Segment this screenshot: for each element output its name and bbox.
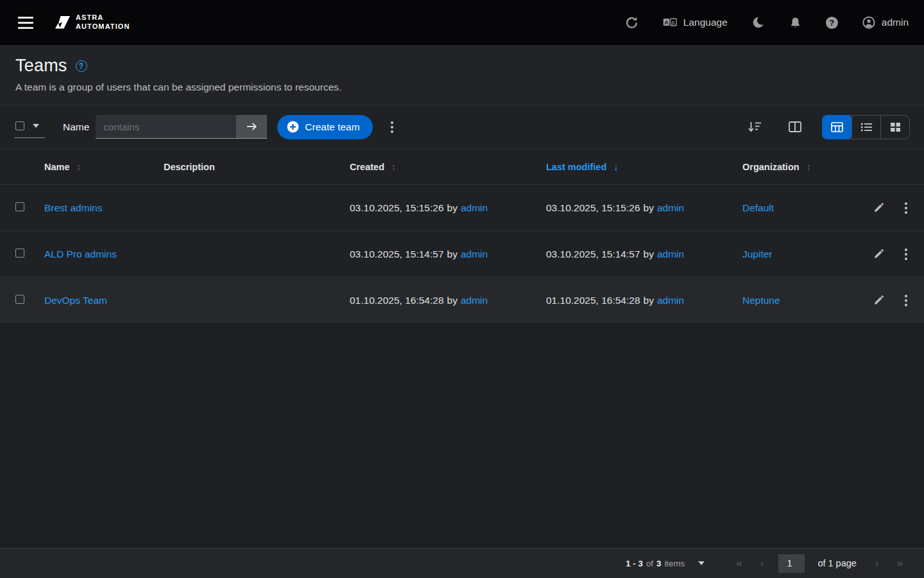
filter-attribute-label[interactable]: Name	[63, 121, 89, 133]
organization-link[interactable]: Neptune	[742, 295, 780, 306]
team-created-cell: 03.10.2025, 15:15:26 by admin	[350, 202, 546, 214]
pager: « ‹ of 1 page › »	[730, 554, 909, 573]
card-view-button[interactable]	[880, 116, 909, 139]
page-number-input[interactable]	[778, 554, 805, 573]
created-by-link[interactable]: admin	[461, 202, 488, 214]
sort-amount-down-icon	[748, 121, 762, 133]
grid-view-icon	[890, 122, 901, 132]
team-name-cell: Brest admins	[44, 202, 164, 214]
svg-text:あ: あ	[671, 20, 676, 26]
edit-team-button[interactable]	[869, 245, 888, 263]
edit-team-button[interactable]	[869, 198, 888, 217]
columns-icon	[789, 121, 801, 132]
column-header-name[interactable]: Name ↕	[44, 162, 164, 172]
team-name-link[interactable]: ALD Pro admins	[44, 249, 117, 259]
row-actions	[836, 291, 924, 310]
sort-both-icon: ↕	[391, 162, 396, 172]
team-created-cell: 03.10.2025, 15:14:57 by admin	[350, 249, 546, 260]
row-kebab-menu[interactable]	[898, 198, 914, 218]
next-page-button[interactable]: ›	[869, 556, 885, 571]
modified-by-link[interactable]: admin	[657, 249, 684, 260]
list-view-button[interactable]	[851, 116, 880, 139]
last-page-button[interactable]: »	[891, 556, 909, 571]
column-header-last-modified[interactable]: Last modified ↓	[546, 161, 742, 172]
previous-page-button[interactable]: ‹	[755, 556, 770, 571]
row-select-checkbox[interactable]	[15, 249, 24, 258]
page-title: Teams	[15, 56, 67, 76]
toolbar-kebab-menu[interactable]	[384, 118, 400, 137]
modified-date: 03.10.2025, 15:15:26	[546, 202, 640, 214]
bulk-select-checkbox[interactable]	[15, 121, 24, 130]
refresh-icon	[625, 16, 638, 30]
items-per-page-dropdown[interactable]: 1 - 3 of 3 items	[626, 559, 705, 568]
nav-toggle-hamburger-icon[interactable]	[15, 12, 37, 33]
sort-both-icon: ↕	[807, 162, 811, 172]
team-name-link[interactable]: DevOps Team	[44, 295, 107, 306]
table-row: DevOps Team 01.10.2025, 16:54:28 by admi…	[0, 277, 924, 323]
row-select-checkbox[interactable]	[15, 295, 24, 304]
bell-icon	[789, 17, 801, 29]
sort-order-button[interactable]	[746, 118, 764, 136]
pagination-footer: 1 - 3 of 3 items « ‹ of 1 page › »	[0, 548, 924, 578]
create-team-button[interactable]: Create team	[277, 115, 372, 139]
question-icon: ?	[826, 17, 838, 29]
language-label: Language	[683, 17, 728, 28]
column-header-organization[interactable]: Organization ↕	[742, 162, 836, 172]
dark-mode-toggle[interactable]	[752, 16, 765, 29]
page-subtitle: A team is a group of users that can be a…	[15, 82, 909, 93]
team-organization-cell: Neptune	[742, 295, 836, 306]
organization-link[interactable]: Default	[742, 202, 774, 213]
modified-by-link[interactable]: admin	[657, 295, 684, 306]
modified-date: 01.10.2025, 16:54:28	[546, 295, 640, 306]
teams-table-body: Brest admins 03.10.2025, 15:15:26 by adm…	[0, 184, 924, 323]
page-count-label: of 1 page	[817, 558, 856, 568]
created-date: 03.10.2025, 15:14:57	[350, 249, 444, 260]
row-kebab-menu[interactable]	[898, 291, 914, 310]
table-view-button[interactable]	[822, 115, 852, 139]
toolbar-view-controls	[746, 115, 910, 139]
modified-by-link[interactable]: admin	[657, 202, 684, 214]
language-icon: A あ	[663, 17, 677, 28]
row-select-cell	[0, 249, 44, 260]
edit-team-button[interactable]	[869, 291, 888, 310]
table-row: Brest admins 03.10.2025, 15:15:26 by adm…	[0, 184, 924, 231]
created-date: 03.10.2025, 15:15:26	[350, 202, 444, 214]
masthead: ASTRA AUTOMATION A あ Language	[0, 0, 924, 45]
sort-descending-icon: ↓	[613, 161, 619, 172]
view-toggle-group	[822, 115, 910, 139]
created-by-link[interactable]: admin	[461, 249, 488, 260]
team-modified-cell: 03.10.2025, 15:14:57 by admin	[546, 249, 742, 260]
search-input[interactable]	[96, 115, 236, 139]
row-actions	[836, 198, 924, 218]
chevron-down-icon	[33, 124, 39, 128]
row-select-checkbox[interactable]	[15, 202, 24, 211]
created-by-link[interactable]: admin	[461, 295, 488, 306]
table-row: ALD Pro admins 03.10.2025, 15:14:57 by a…	[0, 231, 924, 277]
row-kebab-menu[interactable]	[898, 245, 914, 264]
pencil-icon	[873, 249, 884, 259]
search-submit-button[interactable]	[236, 115, 267, 139]
moon-icon	[752, 16, 765, 29]
first-page-button[interactable]: «	[730, 556, 748, 571]
notifications-button[interactable]	[789, 17, 801, 29]
team-organization-cell: Default	[742, 202, 836, 214]
table-header-row: Name ↕ Description Created ↕ Last modifi…	[0, 148, 924, 184]
table-view-icon	[831, 122, 843, 132]
column-header-description: Description	[164, 162, 350, 172]
create-team-label: Create team	[305, 121, 359, 133]
user-avatar-icon	[862, 16, 875, 29]
user-menu-button[interactable]: admin	[862, 16, 909, 29]
team-created-cell: 01.10.2025, 16:54:28 by admin	[350, 295, 546, 306]
items-range: 1 - 3	[626, 559, 643, 568]
bulk-select-dropdown[interactable]	[14, 116, 45, 138]
page-header: Teams ? A team is a group of users that …	[0, 45, 924, 105]
column-header-created[interactable]: Created ↕	[350, 162, 546, 172]
page-help-icon[interactable]: ?	[76, 60, 87, 72]
language-menu-button[interactable]: A あ Language	[663, 17, 728, 28]
team-name-link[interactable]: Brest admins	[44, 202, 102, 213]
refresh-button[interactable]	[625, 16, 638, 30]
help-button[interactable]: ?	[826, 17, 838, 29]
manage-columns-button[interactable]	[786, 119, 804, 135]
chevron-down-icon	[698, 561, 705, 565]
organization-link[interactable]: Jupiter	[742, 249, 773, 259]
